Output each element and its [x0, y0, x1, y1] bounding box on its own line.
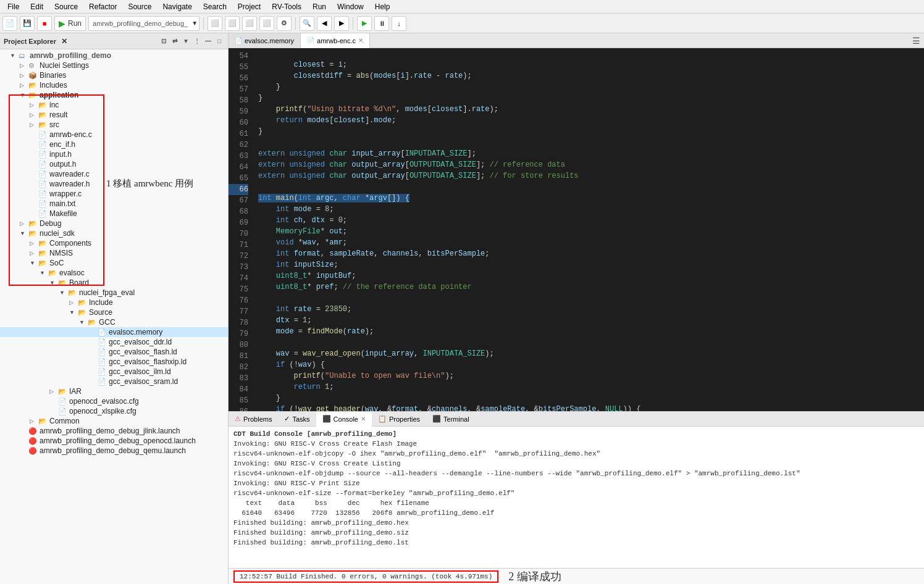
tree-item-gcc-flash[interactable]: 📄 gcc_evalsoc_flash.ld: [0, 347, 228, 357]
toolbar-btn-stop[interactable]: ■: [37, 16, 52, 31]
menu-rvtools[interactable]: RV-Tools: [267, 1, 306, 12]
toolbar-btn-save[interactable]: 💾: [20, 16, 35, 31]
tab-menu-button[interactable]: ☰: [909, 36, 924, 46]
tree-item-evalsoc[interactable]: ▼ 📂 evalsoc: [0, 268, 228, 278]
tree-item-qemu-launch[interactable]: 🔴 amrwb_profiling_demo_debug_qemu.launch: [0, 446, 228, 456]
menu-edit[interactable]: Edit: [25, 1, 48, 12]
tab-console[interactable]: ⬛ Console ✕: [316, 412, 372, 427]
panel-close-icon[interactable]: ✕: [61, 37, 67, 46]
tree-item-gcc-ddr[interactable]: 📄 gcc_evalsoc_ddr.ld: [0, 337, 228, 347]
tree-item-wrapper-c[interactable]: 📄 wrapper.c: [0, 189, 228, 199]
tree-item-main-txt[interactable]: 📄 main.txt: [0, 199, 228, 209]
qemu-launch-label: amrwb_profiling_demo_debug_qemu.launch: [40, 446, 186, 455]
tree-item-amrwb-enc-c[interactable]: 📄 amrwb-enc.c: [0, 130, 228, 140]
tree-item-gcc[interactable]: ▼ 📂 GCC: [0, 317, 228, 327]
tree-item-nuclei-settings[interactable]: ▷ ⚙ Nuclei Settings: [0, 60, 228, 70]
arrow-icon: ▷: [30, 418, 38, 424]
toolbar-btn-a3[interactable]: ⬜: [242, 16, 257, 31]
tree-item-includes[interactable]: ▷ 📂 Includes: [0, 80, 228, 90]
collapse-icon[interactable]: ⊡: [159, 36, 169, 46]
tree-item-inc[interactable]: ▷ 📂 inc: [0, 100, 228, 110]
tree-item-jlink-launch[interactable]: 🔴 amrwb_profiling_demo_debug_jlink.launc…: [0, 426, 228, 436]
toolbar-btn-b1[interactable]: 🔍: [300, 16, 314, 31]
code-editor[interactable]: 5455565758 5960616263 6465666768 6970717…: [229, 48, 924, 411]
toolbar-btn-resume[interactable]: ⏸: [374, 16, 389, 31]
tab-terminal[interactable]: ⬛ Terminal: [426, 412, 476, 427]
tree-item-soc[interactable]: ▼ 📂 SoC: [0, 258, 228, 268]
tree-item-application[interactable]: ▼ 📂 application: [0, 90, 228, 100]
tree-item-result[interactable]: ▷ 📂 result: [0, 110, 228, 120]
toolbar-btn-b3[interactable]: ▶: [334, 16, 349, 31]
tab-problems[interactable]: ⚠ Problems: [229, 412, 278, 427]
menu-project[interactable]: Project: [233, 1, 266, 12]
minimize-icon[interactable]: —: [203, 36, 213, 46]
menu-navigate[interactable]: Navigate: [158, 1, 196, 12]
tree-item-input-h[interactable]: 📄 input.h: [0, 149, 228, 159]
tab-amrwb-enc-c[interactable]: 📄 amrwb-enc.c ✕: [301, 33, 370, 48]
tree-item-project-root[interactable]: ▼ 🗂 amrwb_profiling_demo: [0, 51, 228, 60]
tree-item-common[interactable]: ▷ 📂 Common: [0, 416, 228, 426]
menu-run[interactable]: Run: [308, 1, 331, 12]
sync-icon[interactable]: ⇄: [170, 36, 180, 46]
tree-item-evalsoc-memory[interactable]: 📄 evalsoc.memory: [0, 327, 228, 337]
tree-item-makefile[interactable]: 📄 Makefile: [0, 209, 228, 219]
tree-item-iar[interactable]: ▷ 📂 IAR: [0, 386, 228, 396]
toolbar-btn-new[interactable]: 📄: [2, 16, 17, 31]
left-tree-wrapper: ▼ 🗂 amrwb_profiling_demo ▷ ⚙ Nuclei Sett…: [0, 49, 228, 584]
toolbar-btn-a1[interactable]: ⬜: [208, 16, 222, 31]
tree-item-nuclei-sdk[interactable]: ▼ 📂 nuclei_sdk: [0, 228, 228, 238]
tree-item-src[interactable]: ▷ 📂 src: [0, 120, 228, 130]
arrow-icon: ▷: [20, 220, 28, 227]
tab-tasks[interactable]: ✓ Tasks: [278, 412, 316, 427]
file-c-icon2: 📄: [38, 170, 48, 178]
toolbar-btn-a2[interactable]: ⬜: [225, 16, 240, 31]
toolbar-btn-step[interactable]: ↓: [392, 16, 406, 31]
tree-item-components[interactable]: ▷ 📂 Components: [0, 238, 228, 248]
file-mk-icon: 📄: [38, 210, 48, 218]
tree-item-nmsis[interactable]: ▷ 📂 NMSIS: [0, 248, 228, 258]
toolbar-btn-a5[interactable]: ⚙: [277, 16, 292, 31]
tab-evalsoc-memory[interactable]: 📄 evalsoc.memory: [229, 33, 301, 48]
toolbar-btn-b2[interactable]: ◀: [317, 16, 332, 31]
folder-src-icon: 📂: [38, 121, 48, 129]
tree-item-nuclei-fpga-eval[interactable]: ▼ 📂 nuclei_fpga_eval: [0, 288, 228, 298]
nuclei-settings-label: Nuclei Settings: [40, 61, 89, 70]
tree-item-gcc-ilm[interactable]: 📄 gcc_evalsoc_ilm.ld: [0, 367, 228, 377]
maximize-icon[interactable]: □: [214, 36, 224, 46]
tab-properties[interactable]: 📋 Properties: [372, 412, 426, 427]
tree-item-enc-if-h[interactable]: 📄 enc_if.h: [0, 140, 228, 149]
panel-menu-icon[interactable]: ⋮: [192, 36, 202, 46]
tree-item-gcc-sram[interactable]: 📄 gcc_evalsoc_sram.ld: [0, 377, 228, 386]
run-config-dropdown[interactable]: amrwb_profiling_demo_debug_ ▼: [88, 16, 200, 31]
tree-item-openocd-xlspike[interactable]: 📄 openocd_xlspike.cfg: [0, 406, 228, 416]
menu-help[interactable]: Help: [370, 1, 395, 12]
run-button[interactable]: ▶ Run: [54, 16, 86, 31]
tree-item-source-folder[interactable]: ▼ 📂 Source: [0, 307, 228, 317]
toolbar-btn-a4[interactable]: ⬜: [259, 16, 274, 31]
menu-search[interactable]: Search: [198, 1, 232, 12]
filter-icon[interactable]: ▼: [181, 36, 191, 46]
menu-source2[interactable]: Source: [123, 1, 156, 12]
menu-file[interactable]: File: [2, 1, 24, 12]
tree-item-include-folder[interactable]: ▷ 📂 Include: [0, 298, 228, 307]
tree-item-board[interactable]: ▼ 📂 Board: [0, 278, 228, 288]
console-area[interactable]: CDT Build Console [amrwb_profiling_demo]…: [229, 427, 924, 568]
tree-item-openocd-evalsoc[interactable]: 📄 openocd_evalsoc.cfg: [0, 396, 228, 406]
toolbar-btn-debug[interactable]: ▶: [357, 16, 372, 31]
console-line-8: 61640 63496 7720 132856 206f8 amrwb_prof…: [233, 508, 919, 518]
tree-item-wavreader-c[interactable]: 📄 wavreader.c: [0, 169, 228, 179]
menu-window[interactable]: Window: [332, 1, 369, 12]
application-label: application: [40, 91, 78, 99]
code-content[interactable]: closest = i; closestdiff = abs(modes[i].…: [253, 48, 924, 411]
console-close-icon[interactable]: ✕: [361, 415, 366, 422]
tree-item-wavreader-h[interactable]: 📄 wavreader.h: [0, 179, 228, 189]
tree-item-output-h[interactable]: 📄 output.h: [0, 159, 228, 169]
gcc-flash-label: gcc_evalsoc_flash.ld: [109, 348, 177, 356]
menu-source[interactable]: Source: [49, 1, 83, 12]
tree-item-openocd-launch[interactable]: 🔴 amrwb_profiling_demo_debug_openocd.lau…: [0, 436, 228, 446]
tree-item-debug[interactable]: ▷ 📂 Debug: [0, 219, 228, 228]
menu-refactor[interactable]: Refactor: [84, 1, 122, 12]
tree-item-binaries[interactable]: ▷ 📦 Binaries: [0, 70, 228, 80]
tree-item-gcc-flashxip[interactable]: 📄 gcc_evalsoc_flashxip.ld: [0, 357, 228, 367]
tab-close-icon[interactable]: ✕: [358, 37, 363, 44]
